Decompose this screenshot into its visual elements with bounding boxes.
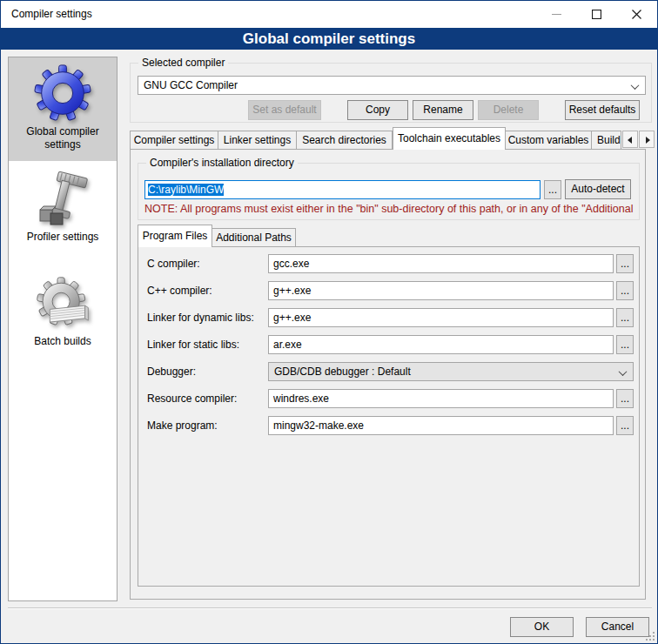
- field-row-static-linker: Linker for static libs: ...: [138, 335, 639, 354]
- sidebar-item-global-compiler-settings[interactable]: Global compiler settings: [9, 57, 117, 161]
- field-label: Make program:: [147, 416, 218, 435]
- field-row-dynamic-linker: Linker for dynamic libs: ...: [138, 308, 639, 327]
- tab-search-directories[interactable]: Search directories: [297, 131, 393, 149]
- compiler-select[interactable]: GNU GCC Compiler: [138, 76, 646, 95]
- banner: Global compiler settings: [1, 28, 657, 50]
- sidebar-item-profiler-settings[interactable]: Profiler settings: [9, 161, 117, 262]
- chevron-down-icon: [620, 370, 627, 377]
- title-bar[interactable]: Compiler settings: [1, 1, 657, 28]
- delete-button[interactable]: Delete: [478, 100, 539, 120]
- debugger-select-value: GDB/CDB debugger : Default: [274, 363, 411, 380]
- selected-compiler-group-label: Selected compiler: [138, 57, 228, 70]
- c-compiler-input[interactable]: [268, 254, 614, 273]
- field-row-c-compiler: C compiler: ...: [138, 254, 639, 273]
- compiler-gear-icon: [32, 63, 93, 124]
- resize-grip[interactable]: [644, 630, 655, 641]
- chevron-down-icon: [632, 84, 639, 91]
- auto-detect-button[interactable]: Auto-detect: [565, 179, 631, 199]
- c-compiler-browse-button[interactable]: ...: [616, 254, 634, 273]
- window-title: Compiler settings: [11, 1, 92, 28]
- resource-compiler-browse-button[interactable]: ...: [616, 389, 634, 408]
- field-row-cpp-compiler: C++ compiler: ...: [138, 281, 639, 300]
- selected-compiler-group: Selected compiler GNU GCC Compiler Set a…: [130, 63, 652, 123]
- tab-scroll-right-button[interactable]: [639, 131, 655, 148]
- field-label: Linker for static libs:: [147, 335, 239, 354]
- set-as-default-button[interactable]: Set as default: [248, 100, 321, 120]
- tab-custom-variables[interactable]: Custom variables: [506, 131, 592, 149]
- close-button[interactable]: [616, 1, 656, 27]
- sidebar-item-label: Global compiler settings: [9, 124, 117, 157]
- make-program-browse-button[interactable]: ...: [616, 416, 634, 435]
- installation-directory-group-label: Compiler's installation directory: [146, 157, 298, 170]
- installation-directory-group: Compiler's installation directory C:\ray…: [138, 163, 640, 220]
- compiler-select-value: GNU GCC Compiler: [144, 77, 238, 94]
- tab-linker-settings[interactable]: Linker settings: [218, 131, 297, 149]
- dynamic-linker-input[interactable]: [268, 308, 614, 327]
- ok-button[interactable]: OK: [510, 617, 574, 637]
- page-title: Global compiler settings: [1, 28, 657, 50]
- maximize-icon: [592, 10, 601, 19]
- batch-builds-gear-icon: [34, 276, 91, 333]
- make-program-input[interactable]: [268, 416, 614, 435]
- tab-build-options[interactable]: Build options: [592, 131, 621, 149]
- static-linker-browse-button[interactable]: ...: [616, 335, 634, 354]
- installation-directory-value: C:\raylib\MinGW: [148, 184, 224, 196]
- cpp-compiler-browse-button[interactable]: ...: [616, 281, 634, 300]
- browse-directory-button[interactable]: ...: [544, 180, 561, 199]
- close-icon: [632, 10, 641, 19]
- static-linker-input[interactable]: [268, 335, 614, 354]
- sidebar-item-batch-builds[interactable]: Batch builds: [9, 262, 117, 353]
- reset-defaults-button[interactable]: Reset defaults: [565, 100, 640, 120]
- field-label: C++ compiler:: [147, 281, 212, 300]
- field-label: Debugger:: [147, 362, 196, 381]
- subtab-additional-paths[interactable]: Additional Paths: [212, 228, 296, 246]
- maximize-button[interactable]: [576, 1, 616, 27]
- sidebar-item-label: Batch builds: [9, 333, 117, 353]
- settings-tab-bar: Compiler settings Linker settings Search…: [130, 127, 655, 149]
- tab-compiler-settings[interactable]: Compiler settings: [130, 131, 218, 149]
- tab-toolchain-executables[interactable]: Toolchain executables: [393, 127, 506, 150]
- sidebar-item-label: Profiler settings: [9, 229, 117, 249]
- rename-button[interactable]: Rename: [413, 100, 473, 120]
- field-label: Linker for dynamic libs:: [147, 308, 254, 327]
- settings-category-list: Global compiler settings Profiler settin…: [8, 57, 118, 601]
- note-text: NOTE: All programs must exist either in …: [144, 203, 637, 215]
- field-label: C compiler:: [147, 254, 200, 273]
- field-row-debugger: Debugger: GDB/CDB debugger : Default: [138, 362, 639, 381]
- copy-button[interactable]: Copy: [347, 100, 408, 120]
- resource-compiler-input[interactable]: [268, 389, 614, 408]
- dynamic-linker-browse-button[interactable]: ...: [616, 308, 634, 327]
- program-files-tab-bar: Program Files Additional Paths: [138, 225, 296, 246]
- footer-divider: [8, 607, 652, 609]
- field-row-make-program: Make program: ...: [138, 416, 639, 435]
- installation-directory-input[interactable]: C:\raylib\MinGW: [144, 180, 540, 199]
- compiler-settings-dialog: Compiler settings Global compiler settin…: [0, 0, 658, 644]
- debugger-select[interactable]: GDB/CDB debugger : Default: [268, 362, 634, 381]
- field-label: Resource compiler:: [147, 389, 237, 408]
- profiler-caliper-icon: [34, 171, 91, 229]
- cpp-compiler-input[interactable]: [268, 281, 614, 300]
- minimize-icon: [552, 10, 561, 19]
- field-row-resource-compiler: Resource compiler: ...: [138, 389, 639, 408]
- program-files-panel: C compiler: ... C++ compiler: ... Linker…: [138, 246, 640, 587]
- cancel-button[interactable]: Cancel: [586, 617, 649, 637]
- minimize-button[interactable]: [536, 1, 576, 27]
- tab-scroll-left-button[interactable]: [622, 131, 638, 148]
- subtab-program-files[interactable]: Program Files: [138, 225, 212, 247]
- toolchain-executables-panel: Compiler's installation directory C:\ray…: [130, 149, 646, 600]
